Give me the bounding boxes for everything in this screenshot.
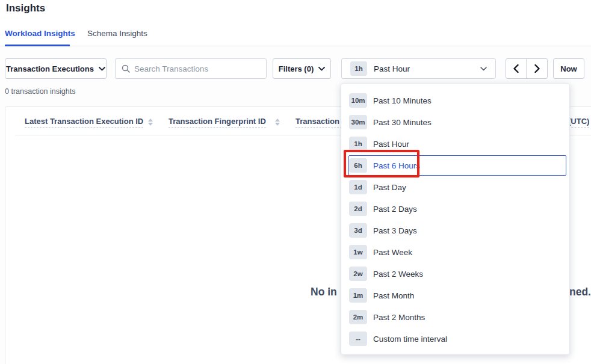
empty-state-text-fragment: ned. [569,286,591,298]
workload-type-label: Transaction Executions [6,64,94,73]
interval-badge: 3d [349,223,367,238]
interval-badge: 6h [349,158,367,173]
interval-option-label: Past 6 Hours [373,161,420,170]
tab-workload-insights[interactable]: Workload Insights [5,29,75,38]
interval-badge: 2w [349,267,367,281]
time-interval-option[interactable]: 10m Past 10 Minutes [341,90,569,111]
interval-badge: -- [349,332,367,346]
filters-dropdown-button[interactable]: Filters (0) [273,58,331,79]
interval-option-label: Past 10 Minutes [373,96,432,105]
column-header-utc[interactable]: (UTC) [568,117,589,128]
interval-badge: 1d [349,180,367,194]
time-interval-option[interactable]: 2m Past 2 Months [341,306,569,328]
time-interval-option[interactable]: 2w Past 2 Weeks [341,263,569,285]
workload-type-dropdown[interactable]: Transaction Executions [5,58,107,79]
column-header-latest-transaction-execution-id[interactable]: Latest Transaction Execution ID [25,117,143,128]
page-title: Insights [6,2,45,14]
interval-option-label: Past Month [373,291,414,300]
time-interval-option[interactable]: 3d Past 3 Days [341,220,569,241]
insights-count-text: 0 transaction insights [5,87,75,96]
interval-option-label: Past 2 Days [373,205,417,214]
interval-option-label: Past 3 Days [373,226,417,235]
chevron-down-icon [318,67,325,71]
column-header-transaction-fingerprint-id[interactable]: Transaction Fingerprint ID [169,117,266,128]
search-transactions-box[interactable] [115,58,267,79]
interval-option-label: Past Day [373,183,406,192]
interval-badge: 1w [349,245,367,259]
interval-badge: 1m [349,288,367,303]
time-interval-option[interactable]: 6h Past 6 Hours [341,155,569,176]
time-interval-option[interactable]: 30m Past 30 Minutes [341,111,569,133]
chevron-right-icon [534,64,540,73]
interval-option-label: Past 30 Minutes [373,118,432,127]
previous-interval-button[interactable] [506,59,527,78]
empty-state-text-fragment: No in [311,286,337,298]
time-interval-option[interactable]: 2d Past 2 Days [341,198,569,220]
interval-option-label: Custom time interval [373,335,447,344]
time-interval-option[interactable]: 1h Past Hour [341,133,569,155]
time-interval-badge: 1h [350,61,367,76]
interval-option-label: Past 2 Months [373,313,425,322]
time-interval-label: Past Hour [374,64,410,73]
interval-badge: 1h [349,137,367,151]
time-interval-option[interactable]: 1w Past Week [341,241,569,263]
now-label: Now [560,64,577,73]
time-range-arrows [506,58,548,79]
time-interval-select[interactable]: 1h Past Hour [341,58,496,79]
interval-badge: 2d [349,202,367,216]
interval-badge: 2m [349,310,367,324]
now-button[interactable]: Now [553,58,584,79]
chevron-down-icon [99,67,105,71]
interval-badge: 10m [349,93,367,108]
search-icon [122,64,130,73]
sort-icon[interactable] [274,119,280,127]
time-interval-option[interactable]: 1m Past Month [341,285,569,306]
time-interval-option[interactable]: 1d Past Day [341,176,569,198]
tab-schema-insights[interactable]: Schema Insights [87,29,147,38]
interval-option-label: Past 2 Weeks [373,270,423,279]
sort-icon[interactable] [147,119,153,127]
interval-option-label: Past Week [373,248,412,257]
search-transactions-input[interactable] [134,64,260,73]
insights-page: Insights Workload Insights Schema Insigh… [0,0,591,364]
interval-option-label: Past Hour [373,140,409,149]
interval-badge: 30m [349,115,367,129]
time-interval-dropdown-menu: 10m Past 10 Minutes 30m Past 30 Minutes … [341,83,570,355]
chevron-left-icon [513,64,519,73]
active-tab-underline [5,45,70,46]
next-interval-button[interactable] [527,59,547,78]
time-interval-option[interactable]: -- Custom time interval [341,328,569,350]
filters-label: Filters (0) [279,64,314,73]
page-header: Insights Workload Insights Schema Insigh… [0,0,591,46]
chevron-down-icon [480,67,487,71]
